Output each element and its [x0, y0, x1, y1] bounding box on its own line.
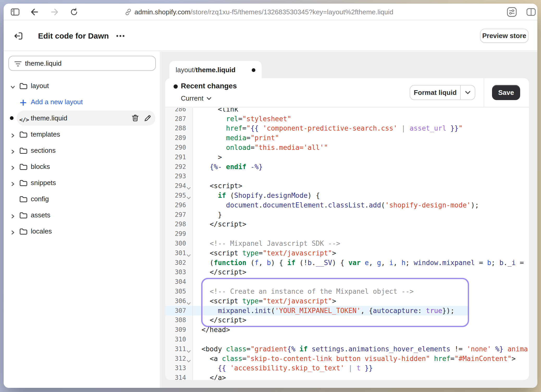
folder-icon [19, 195, 28, 203]
chevron-down-icon[interactable] [10, 82, 16, 89]
delete-file-icon[interactable] [131, 114, 139, 122]
line-number: 307 [165, 306, 192, 316]
line-number: 302 [165, 258, 192, 268]
line-number: 290 [165, 143, 192, 152]
code-line[interactable]: <script type="text/javascript"> [193, 248, 529, 258]
chevron-down-icon [207, 97, 211, 100]
line-number: 286 [165, 108, 192, 114]
line-number: 312 [165, 354, 192, 364]
back-icon[interactable] [28, 4, 41, 20]
line-number: 295 [165, 191, 192, 200]
browser-toolbar: admin.shopify.com/store/rzq1xu-f5/themes… [4, 4, 537, 20]
chevron-right-icon[interactable] [10, 212, 16, 218]
code-line[interactable]: onload="this.media='all'" [193, 143, 529, 152]
code-line[interactable]: <!-- Create an instance of the Mixpanel … [193, 287, 529, 296]
code-editor[interactable]: 2862872882892902912922932942952962972982… [165, 108, 529, 380]
folder-icon [19, 227, 28, 235]
line-number: 301 [165, 248, 192, 258]
line-number: 314 [165, 373, 192, 380]
plus-icon [20, 99, 28, 106]
folder-icon [19, 211, 28, 219]
save-button[interactable]: Save [492, 85, 520, 100]
code-line[interactable]: <script> [193, 181, 529, 191]
folder-icon [19, 179, 28, 187]
sidebar-item-theme.liquid[interactable]: </>theme.liquid [4, 110, 160, 126]
line-number: 310 [165, 335, 192, 344]
sidebar-item-locales[interactable]: locales [4, 223, 160, 239]
chevron-down-icon [465, 91, 470, 94]
sidebar-item-templates[interactable]: templates [4, 126, 160, 142]
code-line[interactable] [193, 229, 529, 239]
sidebar-item-sections[interactable]: sections [4, 142, 160, 158]
code-line[interactable]: </script> [193, 315, 529, 325]
code-line[interactable]: <a class="skip-to-content-link button vi… [193, 354, 529, 364]
line-number: 291 [165, 152, 192, 162]
code-line[interactable]: } [193, 210, 529, 220]
code-line[interactable]: document.documentElement.classList.add('… [193, 200, 529, 210]
format-liquid-button[interactable]: Format liquid [410, 85, 475, 100]
line-number: 311 [165, 344, 192, 354]
code-file-icon: </> [19, 114, 28, 122]
chevron-right-icon[interactable] [10, 228, 16, 235]
url-text[interactable]: admin.shopify.com/store/rzq1xu-f5/themes… [134, 4, 393, 20]
code-line[interactable]: <link [193, 108, 529, 114]
code-line[interactable] [193, 277, 529, 287]
chevron-right-icon[interactable] [10, 147, 16, 154]
code-line[interactable]: {{ 'accessibility.skip_to_text' | t }} [193, 363, 529, 373]
code-line[interactable]: </a> [193, 373, 529, 380]
code-line[interactable]: </script> [193, 219, 529, 229]
reload-icon[interactable] [68, 4, 80, 20]
file-search-input[interactable]: theme.liquid [8, 56, 156, 71]
browser-window: admin.shopify.com/store/rzq1xu-f5/themes… [4, 4, 537, 388]
desktop: admin.shopify.com/store/rzq1xu-f5/themes… [0, 0, 541, 392]
line-number: 308 [165, 315, 192, 325]
filter-icon [14, 59, 22, 69]
exit-editor-icon[interactable] [12, 21, 24, 51]
sidebar-action-add-a-new-layout[interactable]: Add a new layout [4, 94, 160, 110]
editor-tab[interactable]: layout/theme.liquid [169, 61, 262, 79]
forward-icon[interactable] [48, 4, 61, 20]
format-liquid-caret[interactable] [461, 85, 475, 100]
code-line[interactable]: (function (f, b) { if (!b.__SV) { var e,… [193, 258, 529, 268]
page-title: Edit code for Dawn [38, 21, 109, 51]
sidebar-item-layout[interactable]: layout [4, 78, 160, 94]
line-number: 296 [165, 200, 192, 210]
code-line[interactable]: rel="stylesheet" [193, 114, 529, 124]
line-number: 293 [165, 172, 192, 181]
code-line[interactable]: </script> [193, 267, 529, 277]
sidebar-item-config[interactable]: config [4, 191, 160, 207]
more-menu-icon[interactable] [114, 21, 127, 51]
edit-file-icon[interactable] [144, 114, 152, 122]
code-line[interactable] [193, 335, 529, 344]
line-number: 309 [165, 325, 192, 335]
line-number: 288 [165, 124, 192, 133]
version-dropdown[interactable]: Current [181, 94, 211, 102]
editor-area: layout/theme.liquid Recent changes Curre… [161, 52, 537, 388]
code-line[interactable]: <body class="gradient{% if settings.anim… [193, 344, 529, 354]
page-settings-icon[interactable] [506, 4, 518, 20]
chevron-right-icon[interactable] [10, 179, 16, 186]
chevron-right-icon[interactable] [10, 163, 16, 170]
chevron-right-icon[interactable] [10, 131, 16, 138]
file-tree: layoutAdd a new layout</>theme.liquidtem… [4, 78, 160, 239]
code-line[interactable]: <script type="text/javascript"> [193, 296, 529, 306]
code-line[interactable]: {%- endif -%} [193, 162, 529, 172]
code-line[interactable]: <!-- Mixpanel Javascript SDK --> [193, 239, 529, 248]
line-number: 303 [165, 267, 192, 277]
sidebar-item-snippets[interactable]: snippets [4, 175, 160, 191]
code-line[interactable] [193, 172, 529, 181]
code-line[interactable]: mixpanel.init('YOUR_MIXPANEL_TOKEN', {au… [193, 306, 529, 316]
code-line[interactable]: > [193, 152, 529, 162]
code-line[interactable]: href="{{ 'component-predictive-search.cs… [193, 124, 529, 133]
line-number: 305 [165, 287, 192, 296]
line-number: 299 [165, 229, 192, 239]
sidebar-toggle-icon[interactable] [9, 4, 21, 20]
sidebar-item-blocks[interactable]: blocks [4, 158, 160, 175]
code-line[interactable]: </head> [193, 325, 529, 335]
split-view-icon[interactable] [525, 4, 537, 20]
folder-icon [19, 163, 28, 170]
code-line[interactable]: if (Shopify.designMode) { [193, 191, 529, 200]
sidebar-item-assets[interactable]: assets [4, 207, 160, 223]
code-line[interactable]: media="print" [193, 133, 529, 143]
preview-store-button[interactable]: Preview store [480, 29, 528, 43]
